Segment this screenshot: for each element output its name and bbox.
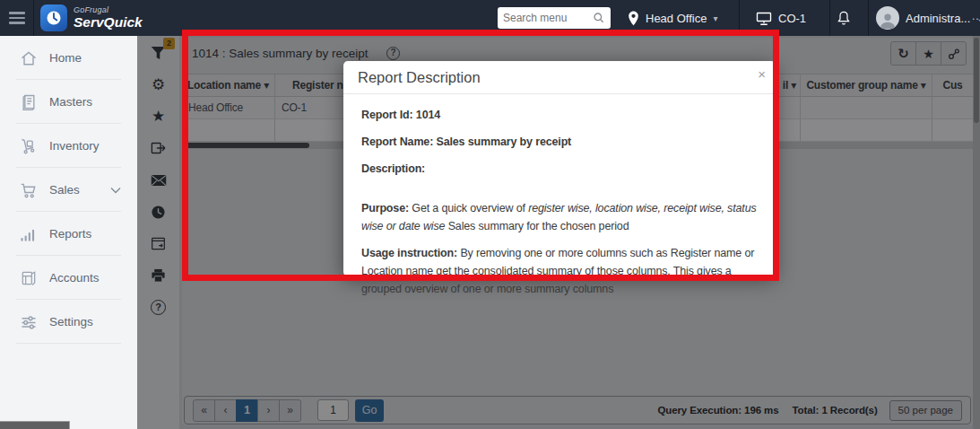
top-navbar: GoFrugal ServQuick Head Office ▾ CO-1 [0, 0, 980, 36]
status-tooltip [0, 421, 70, 429]
modal-header: Report Description × [343, 61, 776, 94]
notifications-button[interactable] [837, 0, 851, 36]
divider [868, 0, 869, 36]
chevron-down-icon [110, 187, 121, 194]
main-sidebar: Home Masters Inventory Sales Reports Acc… [0, 36, 137, 429]
search-menu-box[interactable] [498, 7, 611, 29]
location-selector[interactable]: Head Office ▾ [628, 0, 717, 36]
sidebar-item-home[interactable]: Home [0, 36, 137, 80]
app-window: GoFrugal ServQuick Head Office ▾ CO-1 [0, 0, 980, 429]
report-name-line: Report Name: Sales summary by receipt [361, 136, 571, 148]
overflow-dots: .. [972, 10, 980, 22]
bar-chart-icon [20, 225, 38, 243]
brand-servquick: ServQuick [74, 15, 143, 30]
register-monitor-icon [756, 12, 772, 25]
report-id-line: Report Id: 1014 [361, 109, 440, 121]
search-input[interactable] [503, 12, 593, 24]
sliders-icon [20, 313, 38, 331]
sidebar-item-label: Inventory [49, 139, 100, 153]
register-label: CO-1 [778, 12, 806, 25]
sidebar-item-reports[interactable]: Reports [0, 212, 137, 256]
bell-icon [837, 10, 851, 26]
close-icon[interactable]: × [758, 66, 766, 82]
chevron-down-icon: ▾ [713, 13, 717, 23]
sidebar-item-sales[interactable]: Sales [0, 168, 137, 212]
user-avatar-icon [876, 6, 899, 30]
sidebar-item-label: Settings [49, 315, 93, 328]
ledger-icon [20, 269, 38, 287]
user-name-label: Administra... [906, 12, 970, 25]
sidebar-item-label: Home [49, 51, 82, 65]
sidebar-item-accounts[interactable]: Accounts [0, 256, 137, 300]
divider [739, 0, 740, 36]
purpose-paragraph: Purpose: Get a quick overview of registe… [361, 199, 758, 235]
register-selector[interactable]: CO-1 [756, 0, 806, 36]
modal-title: Report Description [358, 69, 481, 85]
location-pin-icon [628, 11, 639, 26]
modal-body: Report Id: 1014 Report Name: Sales summa… [343, 94, 776, 298]
search-icon [593, 12, 605, 24]
sidebar-item-inventory[interactable]: Inventory [0, 124, 137, 168]
sidebar-item-label: Accounts [49, 271, 100, 285]
cart-icon [20, 181, 38, 199]
hamburger-menu-button[interactable] [0, 0, 33, 36]
home-icon [20, 49, 38, 67]
sidebar-item-label: Masters [49, 95, 92, 109]
user-menu[interactable]: Administra... ⌄ [876, 0, 980, 36]
brand-logo[interactable]: GoFrugal ServQuick [40, 4, 143, 31]
sidebar-item-label: Sales [49, 183, 80, 197]
sidebar-item-settings[interactable]: Settings [0, 300, 137, 344]
sidebar-item-label: Reports [49, 227, 91, 241]
servquick-clock-icon [40, 4, 67, 31]
divider [829, 0, 830, 36]
usage-paragraph: Usage instruction: By removing one or mo… [361, 244, 758, 298]
report-description-modal: Report Description × Report Id: 1014 Rep… [343, 61, 776, 276]
book-icon [20, 93, 38, 111]
brand-gofrugal: GoFrugal [74, 6, 143, 14]
description-label: Description: [361, 162, 425, 175]
divider [33, 0, 34, 36]
sidebar-item-masters[interactable]: Masters [0, 80, 137, 124]
location-label: Head Office [646, 12, 707, 25]
handtruck-icon [20, 137, 38, 155]
